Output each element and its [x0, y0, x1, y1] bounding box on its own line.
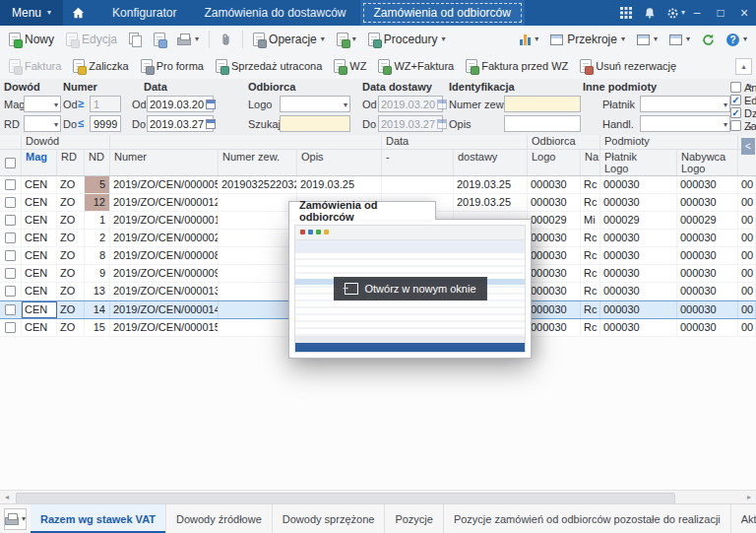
usun-rezerwacje-button[interactable]: Usuń rezerwację [575, 57, 681, 75]
collapse-panel-button[interactable]: < [741, 138, 755, 155]
table-row[interactable]: CENZO52019/ZO/CEN/0000052019032522032120… [0, 176, 756, 194]
maximize-button[interactable]: □ [709, 0, 732, 26]
sprzedaz-utracona-button[interactable]: Sprzedaż utracona [211, 57, 327, 75]
bottom-tab[interactable]: Pozycje zamówień od odbiorców pozostałe … [444, 504, 731, 533]
procedures-button[interactable]: Procedury ▾ [363, 30, 451, 49]
bottom-tab[interactable]: Aktualna realizacja [731, 504, 756, 533]
titlebar-tab[interactable]: Zamówienia od odbiorców [360, 0, 525, 26]
wz-button[interactable]: WZ [329, 57, 371, 75]
rd-select[interactable] [24, 115, 61, 132]
proforma-button[interactable]: Pro forma [136, 57, 209, 75]
edit-label: Edycja [82, 33, 117, 46]
numer-zew-input[interactable] [504, 96, 581, 112]
filter-panel: Dowód Numer Data Odbiorca Data dostawy I… [0, 79, 756, 136]
copy-button[interactable] [124, 30, 147, 49]
row-checkbox[interactable] [5, 250, 16, 261]
handl-select[interactable] [640, 115, 730, 132]
row-checkbox[interactable] [5, 233, 16, 243]
scroll-right-icon[interactable]: ▸ [742, 491, 756, 503]
row-checkbox[interactable] [5, 286, 16, 297]
preview-tab[interactable]: Zamówienia od odbiorców [288, 201, 436, 220]
row-checkbox[interactable] [5, 197, 16, 208]
titlebar-tab[interactable]: Zamówienia do dostawców [190, 0, 359, 26]
opis-input[interactable] [504, 115, 581, 132]
print-button[interactable]: ▾ [172, 31, 204, 48]
home-button[interactable] [63, 0, 93, 26]
refresh-button[interactable] [697, 31, 720, 49]
forms-button[interactable]: ▾ [664, 32, 695, 48]
szukaj-input[interactable] [280, 115, 350, 132]
open-in-new-window-button[interactable]: → Otwórz w nowym oknie [333, 277, 486, 300]
horizontal-scrollbar[interactable]: ◂ ▸ [0, 490, 756, 504]
odbiorca-logo-select[interactable] [280, 96, 350, 112]
numer-do-input[interactable] [90, 115, 121, 132]
bottom-tab[interactable]: Dowody sprzężone [273, 504, 386, 533]
szukaj-label: Szukaj [248, 118, 281, 130]
faktura-przed-wz-button[interactable]: Faktura przed WZ [461, 57, 573, 75]
numer-od-input[interactable] [90, 96, 121, 112]
bottom-tab-bar: ▾ Razem wg stawek VATDowody źródłoweDowo… [0, 503, 756, 533]
select-all-checkbox[interactable] [5, 158, 16, 168]
close-button[interactable]: × [732, 0, 756, 26]
notifications-button[interactable] [638, 0, 662, 26]
collapse-filter-button[interactable]: ▴ [735, 58, 752, 75]
col-mag[interactable]: Mag [22, 150, 57, 175]
col-data[interactable]: - [382, 150, 454, 175]
zaliczka-button[interactable]: Zaliczka [68, 57, 133, 75]
cell-logo: 000030 [528, 194, 581, 211]
edit-button: Edycja [61, 30, 122, 49]
col-logo[interactable]: Logo [528, 150, 581, 175]
bottom-print-button[interactable]: ▾ [4, 508, 27, 530]
col-rd[interactable]: RD [57, 150, 85, 175]
duplicate-button[interactable] [149, 30, 170, 49]
wz-faktura-button[interactable]: WZ+Faktura [373, 57, 459, 75]
row-checkbox[interactable] [5, 304, 16, 315]
platnik-label: Płatnik [602, 99, 635, 110]
proforma-icon [141, 59, 153, 73]
menu-button[interactable]: Menu ▾ [0, 0, 63, 26]
cell-opis: 2019.03.25 [297, 176, 382, 193]
col-nabywca-logo[interactable]: NabywcaLogo [677, 150, 738, 175]
calendar-icon[interactable] [206, 119, 216, 129]
bottom-tab[interactable]: Razem wg stawek VAT [31, 504, 166, 533]
cell-sel [0, 283, 22, 300]
filter-scroll-up-icon[interactable]: ▴ [745, 81, 755, 91]
help-button[interactable]: ? ▾ [722, 31, 752, 49]
col-dostawy[interactable]: dostawy [454, 150, 528, 175]
row-checkbox[interactable] [5, 268, 16, 279]
scroll-left-icon[interactable]: ◂ [0, 491, 14, 503]
calendar-icon[interactable] [206, 100, 216, 109]
col-platnik-logo[interactable]: PłatnikLogo [600, 150, 677, 175]
attachments-button[interactable] [215, 30, 237, 49]
bottom-tab[interactable]: Dowody źródłowe [166, 504, 273, 533]
filter-checkbox-edy[interactable]: Edy [730, 94, 756, 106]
filter-scroll-down-icon[interactable]: ▾ [745, 123, 755, 133]
minimize-button[interactable]: – [685, 0, 709, 26]
filter-checkbox-dzi[interactable]: Dzi [730, 106, 756, 119]
apps-grid-button[interactable] [614, 0, 638, 26]
bottom-tab[interactable]: Pozycje [385, 504, 444, 533]
row-checkbox[interactable] [5, 322, 16, 333]
titlebar-tab[interactable]: Konfigurator [98, 0, 190, 26]
przekroje-button[interactable]: Przekroje ▾ [545, 30, 630, 49]
col-opis[interactable]: Opis [297, 150, 382, 175]
chevron-down-icon: ▾ [195, 35, 199, 43]
operations-button[interactable]: Operacje ▾ [248, 30, 330, 49]
col-nd[interactable]: ND [85, 150, 110, 175]
col-nazwa[interactable]: Na: [581, 150, 600, 175]
data-od-input[interactable]: 2019.03.20 [147, 96, 214, 112]
new-button[interactable]: Nowy [4, 30, 59, 49]
platnik-select[interactable] [640, 96, 730, 112]
mag-select[interactable] [24, 96, 61, 112]
row-checkbox[interactable] [5, 215, 16, 226]
cell-nazwa: Rc [581, 265, 600, 282]
col-numer-zew[interactable]: Numer zew. [219, 150, 297, 175]
data-do-input[interactable]: 2019.03.27 [147, 115, 214, 132]
actions-button[interactable]: ▾ [332, 30, 361, 49]
cell-numer_zew [219, 319, 297, 336]
col-numer[interactable]: Numer [110, 150, 219, 175]
cell-mag: CEN [22, 319, 57, 336]
analysis-button[interactable]: ▾ [515, 31, 543, 48]
row-checkbox[interactable] [5, 179, 16, 190]
layout-button[interactable]: ▾ [632, 32, 662, 48]
